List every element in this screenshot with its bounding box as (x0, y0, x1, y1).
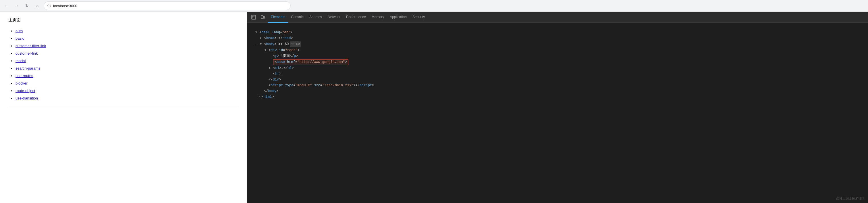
page-title: 主页面 (9, 18, 239, 23)
dom-content: <div id="root"> (269, 48, 300, 53)
dollar-badge: == $0 (290, 41, 301, 47)
devtools-tab-sources[interactable]: Sources (307, 12, 325, 23)
dom-arrow[interactable] (260, 36, 264, 41)
dom-content: </div> (269, 77, 281, 82)
home-button[interactable]: ⌂ (33, 2, 41, 10)
dom-line[interactable]: <script type="module" src="/src/main.tsx… (247, 83, 868, 88)
page-link[interactable]: blocker (16, 81, 28, 85)
devtools-dom-tree: <html lang="en"><head>…</head>···<body> … (247, 23, 868, 203)
devtools-tab-console[interactable]: Console (288, 12, 307, 23)
lock-icon: ⓘ (48, 3, 51, 8)
page-content: 主页面 authbasiccustomer-filter-linkcustome… (0, 12, 247, 203)
back-button[interactable]: ← (2, 2, 10, 10)
page-link[interactable]: route-object (16, 89, 35, 93)
dom-content: <body> == $0 (264, 42, 289, 47)
dom-content: <p>主页面</p> (273, 54, 298, 59)
page-link[interactable]: use-routes (16, 74, 33, 78)
address-bar-row: ← → ↻ ⌂ ⓘ localhost:3000 (0, 0, 868, 11)
dom-content: <base href="http://www.google.com"> (273, 59, 348, 65)
devtools-tab-application[interactable]: Application (387, 12, 410, 23)
dom-line[interactable]: </body> (247, 88, 868, 94)
dom-arrow[interactable] (260, 42, 264, 47)
dom-content: <script type="module" src="/src/main.tsx… (269, 83, 374, 88)
device-toolbar-button[interactable] (259, 13, 267, 21)
devtools-tab-network[interactable]: Network (325, 12, 343, 23)
dom-content: <ul>…</ul> (273, 65, 294, 71)
page-divider (9, 108, 239, 108)
inspect-element-button[interactable] (250, 13, 258, 21)
dom-line[interactable] (247, 24, 868, 30)
page-link[interactable]: modal (16, 59, 26, 63)
address-text: localhost:3000 (53, 4, 77, 8)
browser-chrome: ← → ↻ ⌂ ⓘ localhost:3000 (0, 0, 868, 12)
page-link[interactable]: auth (16, 29, 23, 33)
dom-line[interactable]: ···<body> == $0== $0 (247, 41, 868, 48)
line-marker: ··· (254, 42, 259, 47)
dom-content: </body> (264, 89, 278, 94)
dom-line[interactable]: <div id="root"> (247, 48, 868, 53)
watermark: @稀土掘金技术社区 (836, 196, 865, 201)
dom-line[interactable]: <hr> (247, 71, 868, 77)
devtools-tab-memory[interactable]: Memory (369, 12, 387, 23)
dom-content: <head>…</head> (264, 36, 293, 41)
page-link[interactable]: customer-link (16, 51, 38, 56)
dom-content: </html> (259, 94, 274, 99)
reload-button[interactable]: ↻ (23, 2, 31, 10)
dom-content: <html lang="en"> (259, 30, 292, 35)
dom-arrow[interactable] (255, 30, 259, 35)
page-link[interactable]: search-params (16, 66, 40, 70)
svg-rect-2 (264, 17, 265, 19)
dom-line[interactable]: <html lang="en"> (247, 30, 868, 35)
devtools-tabs: ElementsConsoleSourcesNetworkPerformance… (268, 12, 428, 23)
page-links: authbasiccustomer-filter-linkcustomer-li… (9, 27, 239, 102)
page-link[interactable]: use-transition (16, 96, 38, 100)
devtools-tab-performance[interactable]: Performance (343, 12, 369, 23)
main-area: 主页面 authbasiccustomer-filter-linkcustome… (0, 12, 868, 203)
dom-arrow[interactable] (265, 48, 268, 53)
devtools-tab-elements[interactable]: Elements (268, 12, 288, 23)
dom-line[interactable]: <head>…</head> (247, 35, 868, 41)
forward-button[interactable]: → (13, 2, 21, 10)
dom-line[interactable]: <p>主页面</p> (247, 53, 868, 59)
page-link[interactable]: customer-filter-link (16, 44, 46, 48)
devtools-tab-security[interactable]: Security (410, 12, 428, 23)
dom-arrow[interactable] (269, 65, 273, 71)
devtools-panel: ElementsConsoleSourcesNetworkPerformance… (247, 12, 868, 203)
dom-line[interactable]: <ul>…</ul> (247, 65, 868, 71)
devtools-toolbar: ElementsConsoleSourcesNetworkPerformance… (247, 12, 868, 23)
dom-line[interactable]: </html> (247, 94, 868, 100)
dom-line[interactable]: <base href="http://www.google.com"> (247, 59, 868, 65)
page-link[interactable]: basic (16, 36, 24, 40)
dom-content: <hr> (273, 71, 281, 77)
svg-rect-1 (261, 16, 263, 19)
dom-line[interactable]: </div> (247, 77, 868, 83)
address-box: ⓘ localhost:3000 (44, 1, 291, 10)
